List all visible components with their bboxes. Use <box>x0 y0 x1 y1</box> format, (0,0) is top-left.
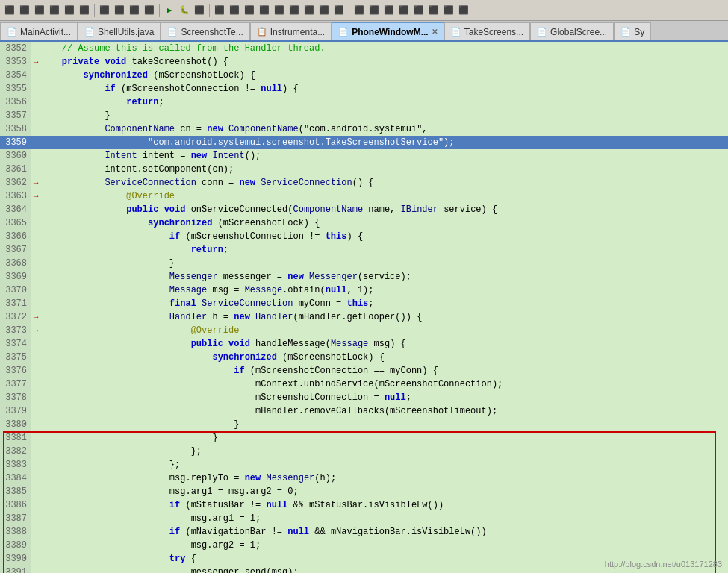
line-number: 3386 <box>0 498 31 512</box>
line-number: 3367 <box>0 243 31 257</box>
toolbar-sep-1 <box>94 4 95 17</box>
line-number: 3354 <box>0 69 31 82</box>
line-content: mHandler.removeCallbacks(mScreenshotTime… <box>40 404 497 418</box>
line-content: @Override <box>40 190 175 203</box>
toolbar-icon-12[interactable]: ⬛ <box>228 4 241 17</box>
line-number: 3377 <box>0 378 31 391</box>
code-line-3382: 3382 }; <box>0 445 728 458</box>
tab-globalscree[interactable]: 📄 GlobalScree... <box>530 22 614 40</box>
toolbar-icon-3[interactable]: ⬛ <box>33 4 46 17</box>
toolbar-icon-17[interactable]: ⬛ <box>302 4 316 17</box>
line-number: 3382 <box>0 445 31 458</box>
code-line-3388: 3388 if (mNavigationBar != null && mNavi… <box>0 525 728 539</box>
line-content: synchronized (mScreenshotLock) { <box>40 216 320 230</box>
line-content: "com.android.systemui.screenshot.TakeScr… <box>40 136 455 149</box>
code-line-3383: 3383 }; <box>0 458 728 472</box>
code-line-3362: 3362→ ServiceConnection conn = new Servi… <box>0 176 728 190</box>
toolbar-icon-19[interactable]: ⬛ <box>332 4 346 17</box>
toolbar-icon-5[interactable]: ⬛ <box>63 4 76 17</box>
tab-phonewindow[interactable]: 📄 PhoneWindowM... ✕ <box>332 22 444 40</box>
code-line-3355: 3355 if (mScreenshotConnection != null) … <box>0 82 728 96</box>
code-line-3380: 3380 } <box>0 418 728 431</box>
toolbar-icon-24[interactable]: ⬛ <box>412 4 426 17</box>
line-content: if (mNavigationBar != null && mNavigatio… <box>40 525 487 539</box>
line-number: 3353 <box>0 55 31 69</box>
toolbar-icon-23[interactable]: ⬛ <box>397 4 411 17</box>
tab-mainactivity[interactable]: 📄 MainActivit... <box>0 22 78 40</box>
toolbar-icon-9[interactable]: ⬛ <box>128 4 141 17</box>
tab-sy[interactable]: 📄 Sy <box>614 22 651 40</box>
line-content: messenger.send(msg); <box>40 566 299 573</box>
code-line-3381: 3381 } <box>0 431 728 445</box>
line-number: 3362 <box>0 176 31 190</box>
code-line-3367: 3367 return; <box>0 243 728 257</box>
tab-instrumenta[interactable]: 📋 Instrumenta... <box>250 22 332 40</box>
code-line-3363: 3363→ @Override <box>0 190 728 203</box>
toolbar-icon-8[interactable]: ⬛ <box>113 4 126 17</box>
line-number: 3388 <box>0 525 31 539</box>
toolbar-icon-21[interactable]: ⬛ <box>367 4 381 17</box>
toolbar-run-icon[interactable]: ▶ <box>163 4 176 17</box>
toolbar-icon-26[interactable]: ⬛ <box>442 4 455 17</box>
code-line-3360: 3360 Intent intent = new Intent(); <box>0 149 728 163</box>
toolbar-icon-10[interactable]: ⬛ <box>143 4 156 17</box>
code-line-3371: 3371 final ServiceConnection myConn = th… <box>0 297 728 310</box>
toolbar-icon-13[interactable]: ⬛ <box>243 4 256 17</box>
toolbar-sep-2 <box>159 4 160 17</box>
toolbar-icon-16[interactable]: ⬛ <box>287 4 301 17</box>
tab-label-instrumenta: Instrumenta... <box>270 27 325 37</box>
line-marker: → <box>31 55 40 69</box>
code-line-3365: 3365 synchronized (mScreenshotLock) { <box>0 216 728 230</box>
tab-takescreens[interactable]: 📄 TakeScreens... <box>444 22 530 40</box>
tab-icon-sy: 📄 <box>620 27 631 37</box>
line-number: 3371 <box>0 297 31 310</box>
code-line-3361: 3361 intent.setComponent(cn); <box>0 163 728 176</box>
toolbar-icon-22[interactable]: ⬛ <box>382 4 396 17</box>
line-number: 3389 <box>0 539 31 552</box>
toolbar-icon-18[interactable]: ⬛ <box>317 4 331 17</box>
toolbar-icon-11[interactable]: ⬛ <box>213 4 226 17</box>
tab-icon-instrumenta: 📋 <box>257 27 267 37</box>
code-line-3364: 3364 public void onServiceConnected(Comp… <box>0 203 728 216</box>
line-number: 3374 <box>0 337 31 351</box>
line-content: public void handleMessage(Message msg) { <box>40 337 406 351</box>
toolbar-sep-3 <box>209 4 210 17</box>
toolbar-icon-1[interactable]: ⬛ <box>3 4 16 17</box>
toolbar-icon-14[interactable]: ⬛ <box>258 4 271 17</box>
toolbar-icon-25[interactable]: ⬛ <box>427 4 441 17</box>
toolbar-stop-icon[interactable]: ⬛ <box>193 4 206 17</box>
toolbar-icon-4[interactable]: ⬛ <box>48 4 61 17</box>
code-line-3375: 3375 synchronized (mScreenshotLock) { <box>0 351 728 364</box>
line-number: 3378 <box>0 391 31 404</box>
code-line-3372: 3372→ Handler h = new Handler(mHandler.g… <box>0 310 728 324</box>
tab-icon-mainactivity: 📄 <box>7 27 17 37</box>
tab-icon-phonewindow: 📄 <box>338 27 349 37</box>
tab-screenshotte[interactable]: 📄 ScreenshotTe... <box>161 22 249 40</box>
toolbar-icon-15[interactable]: ⬛ <box>273 4 286 17</box>
line-content: }; <box>40 445 202 458</box>
line-number: 3356 <box>0 96 31 109</box>
tab-label-globalscree: GlobalScree... <box>550 27 607 37</box>
toolbar-debug-icon[interactable]: 🐛 <box>178 4 191 17</box>
code-line-3356: 3356 return; <box>0 96 728 109</box>
toolbar-icon-6[interactable]: ⬛ <box>78 4 91 17</box>
code-line-3384: 3384 msg.replyTo = new Messenger(h); <box>0 472 728 485</box>
line-number: 3373 <box>0 324 31 337</box>
line-number: 3369 <box>0 270 31 284</box>
toolbar-icon-7[interactable]: ⬛ <box>98 4 111 17</box>
line-number: 3363 <box>0 190 31 203</box>
line-content: public void onServiceConnected(Component… <box>40 203 497 216</box>
tab-shellutils[interactable]: 📄 ShellUtils.java <box>78 22 161 40</box>
toolbar-icon-20[interactable]: ⬛ <box>352 4 366 17</box>
line-marker: → <box>31 324 40 337</box>
code-area[interactable]: 3352 // Assume this is called from the H… <box>0 42 728 573</box>
tab-close-phonewindow[interactable]: ✕ <box>432 28 438 36</box>
toolbar-icon-27[interactable]: ⬛ <box>457 4 470 17</box>
toolbar-icon-2[interactable]: ⬛ <box>18 4 31 17</box>
line-number: 3355 <box>0 82 31 96</box>
line-content: ServiceConnection conn = new ServiceConn… <box>40 176 374 190</box>
line-content: final ServiceConnection myConn = this; <box>40 297 374 310</box>
line-number: 3372 <box>0 310 31 324</box>
line-number: 3359 <box>0 136 31 149</box>
line-content: Message msg = Message.obtain(null, 1); <box>40 284 374 297</box>
